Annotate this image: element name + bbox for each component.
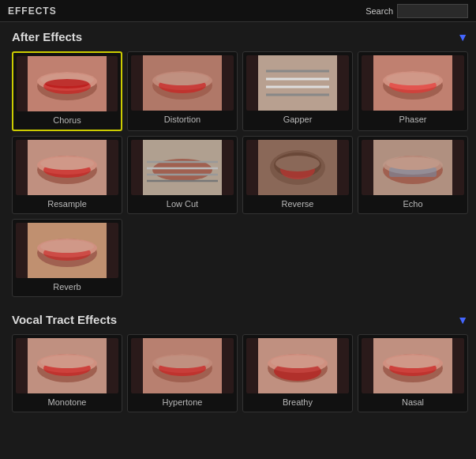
effect-item-gapper[interactable]: ✓ Gapper: [242, 51, 353, 131]
section-title-vocal-tract-effects: Vocal Tract Effects: [12, 313, 117, 326]
effects-grid-vocal-tract-effects: ✓ Monotone✓ Hypertone✓ Breathy✓ Nasal: [12, 334, 468, 412]
svg-point-36: [275, 156, 320, 171]
svg-point-10: [156, 73, 209, 85]
svg-point-41: [386, 157, 440, 170]
effect-label-echo: Echo: [403, 199, 422, 209]
effect-item-hypertone[interactable]: ✓ Hypertone: [127, 334, 238, 412]
effect-thumbnail-echo: [362, 140, 464, 195]
search-area: Search: [365, 4, 468, 18]
effect-item-chorus[interactable]: ✓ Chorus: [12, 51, 122, 131]
section-header-after-effects: After Effects▼: [12, 30, 468, 43]
effect-label-lowcut: Low Cut: [167, 199, 198, 209]
effect-label-chorus: Chorus: [53, 115, 81, 125]
effect-label-phaser: Phaser: [399, 115, 427, 124]
section-after-effects: After Effects▼✓ Chorus✓ Distortion✓ Gapp…: [12, 30, 468, 297]
effect-label-hypertone: Hypertone: [163, 397, 203, 407]
effect-thumbnail-reverb: [16, 223, 118, 278]
effect-item-nasal[interactable]: ✓ Nasal: [358, 334, 468, 412]
effects-grid-after-effects: ✓ Chorus✓ Distortion✓ Gapper✓ Phaser✓: [12, 51, 468, 297]
search-label: Search: [365, 6, 393, 16]
effect-label-reverse: Reverse: [282, 199, 314, 209]
effect-thumbnail-distortion: [131, 55, 234, 111]
effect-thumbnail-lowcut: [131, 140, 234, 195]
svg-point-61: [271, 356, 324, 368]
effect-label-nasal: Nasal: [402, 397, 424, 407]
effect-thumbnail-phaser: [362, 55, 464, 111]
header: EFFECTS Search: [0, 0, 476, 22]
effect-item-reverse[interactable]: ✓ Reverse: [242, 136, 353, 214]
effect-thumbnail-chorus: [17, 56, 118, 111]
content-area: After Effects▼✓ Chorus✓ Distortion✓ Gapp…: [0, 22, 476, 459]
effect-item-echo[interactable]: ✓ Echo: [358, 136, 468, 214]
effect-label-reverb: Reverb: [53, 282, 81, 292]
search-input[interactable]: [397, 4, 468, 18]
effect-thumbnail-monotone: [16, 338, 118, 393]
effect-item-breathy[interactable]: ✓ Breathy: [242, 334, 353, 412]
effect-thumbnail-resample: [16, 140, 118, 195]
main-area: After Effects▼✓ Chorus✓ Distortion✓ Gapp…: [0, 22, 476, 459]
section-header-vocal-tract-effects: Vocal Tract Effects▼: [12, 313, 468, 326]
svg-point-25: [40, 157, 94, 170]
effect-label-distortion: Distortion: [164, 115, 201, 124]
effect-label-monotone: Monotone: [48, 397, 87, 407]
effect-thumbnail-breathy: [246, 338, 349, 393]
effect-thumbnail-reverse: [246, 140, 349, 195]
effect-thumbnail-hypertone: [131, 338, 234, 393]
effect-item-resample[interactable]: ✓ Resample: [12, 136, 122, 214]
svg-rect-11: [258, 55, 337, 111]
effect-label-breathy: Breathy: [283, 397, 313, 407]
effect-thumbnail-gapper: [246, 55, 349, 111]
svg-point-5: [45, 79, 89, 88]
section-vocal-tract-effects: Vocal Tract Effects▼✓ Monotone✓ Hyperton…: [12, 313, 468, 412]
effect-label-gapper: Gapper: [283, 115, 313, 124]
effect-label-resample: Resample: [47, 199, 87, 209]
svg-point-20: [386, 73, 440, 85]
svg-point-56: [156, 356, 209, 368]
effects-title: EFFECTS: [8, 6, 57, 17]
effect-thumbnail-nasal: [362, 338, 464, 393]
effect-item-distortion[interactable]: ✓ Distortion: [127, 51, 238, 131]
effect-item-lowcut[interactable]: ✓ Low Cut: [127, 136, 238, 214]
effect-item-reverb[interactable]: ✓ Reverb: [12, 219, 122, 297]
section-arrow-vocal-tract-effects[interactable]: ▼: [457, 314, 468, 326]
svg-point-51: [40, 356, 94, 368]
effect-item-monotone[interactable]: ✓ Monotone: [12, 334, 122, 412]
effect-item-phaser[interactable]: ✓ Phaser: [358, 51, 468, 131]
svg-point-66: [386, 356, 440, 368]
svg-point-46: [40, 240, 94, 253]
section-arrow-after-effects[interactable]: ▼: [457, 31, 468, 43]
section-title-after-effects: After Effects: [12, 30, 82, 43]
